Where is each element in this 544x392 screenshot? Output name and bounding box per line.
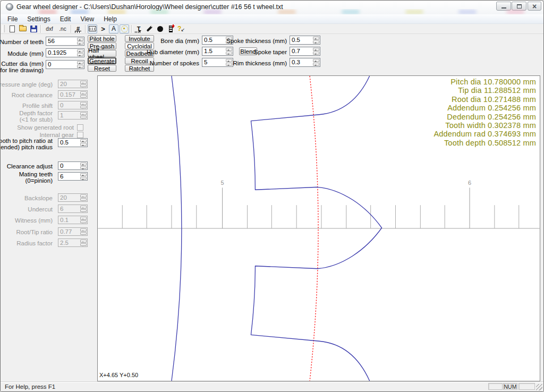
hub-diameter-input[interactable]: 1.5	[202, 47, 233, 56]
module-label: Module (mm)	[7, 50, 44, 57]
tooth-pitch-ratio-label: Tooth to pitch ratio at	[0, 138, 53, 144]
mating-teeth-value: 6	[60, 173, 63, 180]
involute-button[interactable]: Involute	[125, 35, 154, 42]
cutter-dia-spinner[interactable]	[77, 61, 83, 68]
context-help-button[interactable]: ?↙	[176, 24, 186, 33]
number-of-spokes-input[interactable]: 5	[202, 58, 233, 67]
cutter-dia-value: 0	[48, 61, 51, 67]
ruler-icon	[89, 26, 96, 31]
pitch-circle-toggle-button[interactable]	[120, 24, 129, 33]
save-button[interactable]	[29, 24, 38, 33]
number-of-teeth-value: 56	[48, 38, 55, 44]
clearance-adjust-label: Clearance adjust	[7, 163, 53, 169]
glass-blob	[203, 10, 222, 14]
module-input[interactable]: 0.1925	[46, 48, 84, 57]
wrench-icon	[146, 25, 152, 32]
tooth-pitch-ratio-spinner[interactable]	[80, 139, 87, 146]
tooth-pitch-ratio-input[interactable]: 0.5	[58, 138, 88, 147]
export-nc-button[interactable]: .nc	[57, 24, 69, 33]
tool-button[interactable]	[144, 24, 154, 33]
status-bar: For Help, press F1 NUM	[1, 381, 543, 391]
reset-button[interactable]: Reset	[88, 65, 116, 72]
dedendum-readout: Dedendum 0.254256 mm	[434, 113, 536, 121]
spoke-taper-value: 0.7	[292, 48, 300, 54]
depth-factor-input: 1	[58, 111, 88, 120]
rim-thickness-spinner[interactable]	[313, 59, 319, 66]
pilot-hole-button[interactable]: Pilot hole	[88, 35, 116, 42]
depth-factor-spinner	[80, 112, 87, 118]
depth-factor-label2: (<1 for stub)	[20, 116, 53, 123]
root-tip-ratio-value: 0.77	[60, 228, 72, 235]
hub-diameter-spinner[interactable]	[226, 48, 232, 55]
radius-factor-input: 2.5	[58, 238, 88, 247]
profile-shift-value: 0	[60, 102, 63, 108]
menu-help[interactable]: Help	[99, 15, 122, 23]
drawing-canvas[interactable]: 5 6 Pitch dia 10.780000 mm Tip dia 11.28…	[97, 75, 540, 381]
number-of-spokes-spinner[interactable]	[226, 59, 232, 66]
module-spinner[interactable]	[77, 49, 83, 56]
glass-blob	[150, 10, 168, 14]
addendum-rad-readout: Addendum rad 0.374693 mm	[434, 130, 536, 138]
glass-blob	[39, 10, 57, 14]
toolbar-grip	[2, 25, 5, 32]
toolbar-separator	[71, 25, 71, 33]
root-clearance-value: 0.157	[60, 91, 75, 98]
profile-shift-input: 0	[58, 101, 88, 109]
cutter-dia-label2: (0 for line drawing)	[0, 67, 44, 73]
number-of-spokes-label: Number of spokes	[150, 60, 199, 66]
spoke-thickness-input[interactable]: 0.5	[290, 36, 320, 45]
mill-button[interactable]	[166, 24, 175, 33]
spoke-taper-spinner[interactable]	[313, 48, 319, 55]
tap-button[interactable]: T	[134, 24, 143, 33]
menu-view[interactable]: View	[75, 15, 99, 23]
half-wheel-button[interactable]: Half wheel	[88, 50, 116, 57]
mating-teeth-input[interactable]: 6	[58, 172, 88, 181]
spoke-taper-input[interactable]: 0.7	[290, 47, 320, 56]
angle-button[interactable]: >	[98, 24, 108, 33]
new-file-icon	[10, 25, 15, 32]
text-toggle-button[interactable]: A	[109, 24, 118, 33]
toolbar-separator	[131, 25, 132, 33]
hub-diameter-value: 1.5	[204, 48, 212, 54]
tip-dia-readout: Tip dia 11.288512 mm	[434, 86, 536, 95]
root-clearance-input: 0.157	[58, 90, 88, 99]
tooth-pitch-ratio-value: 0.5	[60, 139, 69, 146]
resize-grip[interactable]	[536, 384, 542, 390]
greater-than-icon: >	[101, 25, 105, 33]
app-window: Gear wheel designer - C:\Users\Dushan\Ho…	[0, 0, 544, 392]
glass-blob	[71, 10, 89, 14]
blank-button[interactable]	[155, 24, 165, 33]
clearance-adjust-spinner[interactable]	[80, 163, 87, 169]
ruler-label-5: 5	[221, 180, 224, 186]
menu-settings[interactable]: Settings	[22, 15, 55, 23]
ruler-label-6: 6	[468, 180, 471, 186]
undercut-label: Undercut	[28, 206, 53, 212]
gash-count-button[interactable]: #	[73, 24, 83, 33]
witness-spinner	[80, 217, 87, 223]
export-dxf-button[interactable]: dxf	[43, 24, 56, 33]
menu-file[interactable]: File	[3, 15, 22, 23]
ruler-toggle-button[interactable]	[88, 24, 97, 33]
backslope-input: 20	[58, 193, 88, 202]
toolbar-separator	[40, 25, 41, 33]
open-file-button[interactable]	[18, 24, 28, 33]
mating-teeth-label: Mating teeth	[19, 171, 53, 177]
mating-teeth-spinner[interactable]	[80, 173, 87, 180]
spoke-thickness-spinner[interactable]	[313, 37, 319, 44]
letter-a-icon: A	[112, 25, 116, 32]
new-file-button[interactable]	[7, 24, 17, 33]
clearance-adjust-input[interactable]: 0	[58, 161, 88, 170]
backslope-label: Backslope	[24, 195, 53, 201]
number-of-teeth-spinner[interactable]	[77, 38, 83, 45]
cutter-dia-input[interactable]: 0	[46, 60, 84, 69]
radius-factor-label: Radius factor	[16, 240, 53, 246]
generate-button[interactable]: Generate	[88, 57, 116, 64]
rim-thickness-input[interactable]: 0.3	[290, 58, 320, 67]
number-of-teeth-input[interactable]: 56	[46, 37, 84, 46]
rim-thickness-value: 0.3	[292, 59, 300, 65]
num-lock-indicator: NUM	[503, 383, 517, 390]
menu-edit[interactable]: Edit	[55, 15, 76, 23]
internal-gear-checkbox	[77, 132, 83, 138]
cursor-coordinates: X+4.65 Y+0.50	[99, 372, 138, 378]
spoke-thickness-label: Spoke thickness (mm)	[226, 38, 287, 44]
